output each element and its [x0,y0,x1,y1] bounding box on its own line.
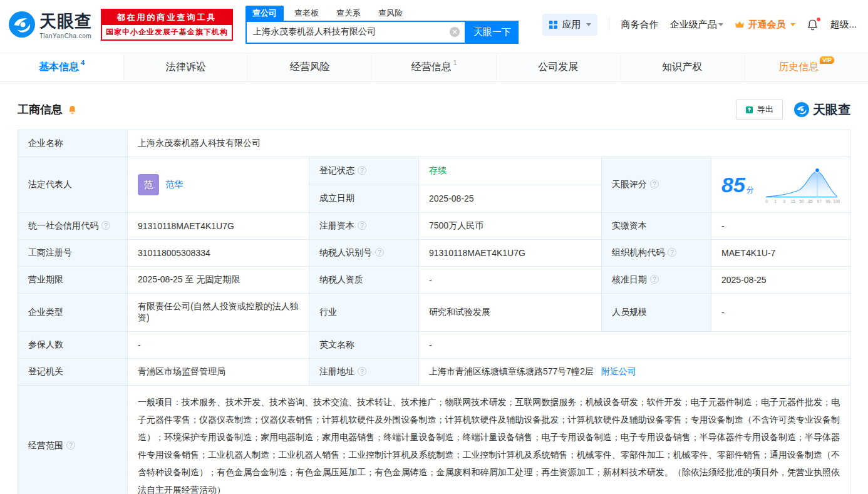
legal-rep-avatar[interactable]: 范 [138,174,159,195]
label-text: 组织机构代码 [612,247,664,257]
field-label-company-name: 企业名称 [18,130,128,157]
tab-company-development[interactable]: 公司发展 [496,53,620,81]
value-text: 有限责任公司(自然人投资或控股的法人独资) [138,301,299,322]
menu-enterprise[interactable]: 企业级产品 [669,19,723,31]
value-text: - [138,340,141,350]
field-label-reg-status: 登记状态 [309,157,419,185]
search-tab-risk[interactable]: 查风险 [371,6,410,21]
legal-rep-link[interactable]: 范华 [165,179,183,190]
field-value-score: 85分 [711,157,850,213]
notifications-bell[interactable] [807,19,819,31]
field-value-paid-capital: - [711,213,850,240]
label-text: 统一社会信用代码 [28,220,98,230]
logo-domain: TianYanCha.com [39,33,92,39]
value-text: 91310118MAET4K1U7G [138,221,234,231]
label-text: 企业名称 [28,138,63,148]
info-icon[interactable] [101,221,110,230]
info-icon[interactable] [66,441,75,450]
export-button[interactable]: 导出 [736,100,783,120]
tab-history-info[interactable]: 历史信息 VIP [744,53,868,81]
svg-text:100: 100 [834,199,840,203]
top-header: 天眼查 TianYanCha.com 都在用的商业查询工具 国家中小企业发展子基… [0,0,868,49]
tab-basic-info[interactable]: 基本信息 4 [0,53,123,81]
field-value-taxpayer-id: 91310118MAET4K1U7G [419,240,602,267]
field-value-legal-rep: 范 范华 [128,157,309,213]
field-label-credit-code: 统一社会信用代码 [18,213,128,240]
info-icon[interactable] [668,248,676,257]
slogan-box: 都在用的商业查询工具 国家中小企业发展子基金旗下机构 [101,9,233,41]
label-text: 天眼评分 [612,179,647,189]
tab-badge: 4 [81,53,85,66]
label-text: 登记机关 [28,366,63,376]
tab-label: 基本信息 [39,61,79,74]
svg-text:0: 0 [765,199,768,203]
label-text: 经营范围 [28,440,63,450]
field-value-business-term: 2025-08-25 至 无固定期限 [128,267,309,294]
field-value-business-scope: 一般项目：技术服务、技术开发、技术咨询、技术交流、技术转让、技术推广；物联网技术… [128,386,850,494]
value-text: 91310118MAET4K1U7G [429,248,525,258]
watermark-label: 天眼查 [813,101,850,118]
search-row: 天眼一下 [245,21,519,44]
label-text: 成立日期 [319,193,354,203]
info-icon[interactable] [375,248,384,257]
field-value-english-name: - [419,332,850,359]
search-input[interactable] [247,22,465,43]
tab-legal-proceedings[interactable]: 法律诉讼 [123,53,247,81]
tianyancha-logo[interactable]: 天眼查 TianYanCha.com [9,10,92,39]
label-text: 登记状态 [319,165,354,175]
score-distribution-chart: 0 1 3 15 50 85 97 99 100 [763,165,840,205]
search-tab-relation[interactable]: 查关系 [329,6,368,21]
chevron-down-icon [718,23,723,26]
monitor-bell-icon[interactable] [68,105,77,115]
tab-operating-risk[interactable]: 经营风险 [247,53,371,81]
status-badge: 存续 [429,165,447,175]
info-icon[interactable] [650,180,659,188]
info-icon[interactable] [650,275,659,284]
field-value-taxpayer-quality: - [419,267,602,294]
search-area: 查公司 查老板 查关系 查风险 天眼一下 [245,6,519,44]
field-value-credit-code: 91310118MAET4K1U7G [128,213,309,240]
section-header: 工商信息 导出 [18,100,850,120]
tab-badge: 1 [453,53,457,66]
logo-text: 天眼查 TianYanCha.com [39,10,92,39]
svg-text:50: 50 [799,199,804,203]
tab-operating-info[interactable]: 经营信息 1 [371,53,495,81]
field-label-reg-capital: 注册资本 [309,213,419,240]
table-row: 企业类型 有限责任公司(自然人投资或控股的法人独资) 行业 研究和试验发展 人员… [18,294,850,332]
info-icon[interactable] [358,166,366,175]
value-text: 一般项目：技术服务、技术开发、技术咨询、技术交流、技术转让、技术推广；物联网技术… [138,397,840,494]
search-button[interactable]: 天眼一下 [466,21,519,44]
table-row: 登记机关 青浦区市场监督管理局 注册地址 上海市青浦区练塘镇章练塘路577号7幢… [18,359,850,386]
info-icon[interactable] [358,367,366,376]
label-text: 注册资本 [319,220,354,230]
tab-label: 公司发展 [538,61,578,74]
crown-icon [735,21,745,29]
field-value-reg-status: 存续 [419,157,602,185]
nearby-companies-link[interactable]: 附近公司 [601,366,636,376]
search-tab-boss[interactable]: 查老板 [287,6,326,21]
menu-super-vip[interactable]: 超级... [830,19,857,31]
tab-label: 历史信息 [778,61,819,74]
field-label-reg-authority: 登记机关 [18,359,128,386]
apps-menu[interactable]: 应用 [542,14,597,36]
tab-intellectual-property[interactable]: 知识产权 [620,53,744,81]
field-label-business-scope: 经营范围 [18,386,128,494]
search-tab-company[interactable]: 查公司 [245,6,284,21]
clear-search-icon[interactable] [450,27,460,37]
svg-text:85: 85 [808,199,813,203]
table-row: 营业期限 2025-08-25 至 无固定期限 纳税人资质 - 核准日期 [18,267,850,294]
table-row: 法定代表人 范 范华 登记状态 存续 天眼评 [18,157,850,185]
export-label: 导出 [757,104,773,115]
info-icon[interactable] [358,221,366,230]
menu-cooperation[interactable]: 商务合作 [621,19,658,31]
divider [609,18,609,31]
field-value-org-code: MAET4K1U-7 [711,240,850,267]
address-text: 上海市青浦区练塘镇章练塘路577号7幢2层 [429,366,594,376]
vip-badge: VIP [820,56,834,64]
menu-vip[interactable]: 开通会员 [735,19,795,31]
top-menu: 应用 商务合作 企业级产品 开通会员 [542,14,859,36]
score-value: 85 [721,173,745,197]
field-label-approval-date: 核准日期 [602,267,711,294]
field-value-est-date: 2025-08-25 [419,185,602,213]
value-text: 研究和试验发展 [429,307,490,317]
